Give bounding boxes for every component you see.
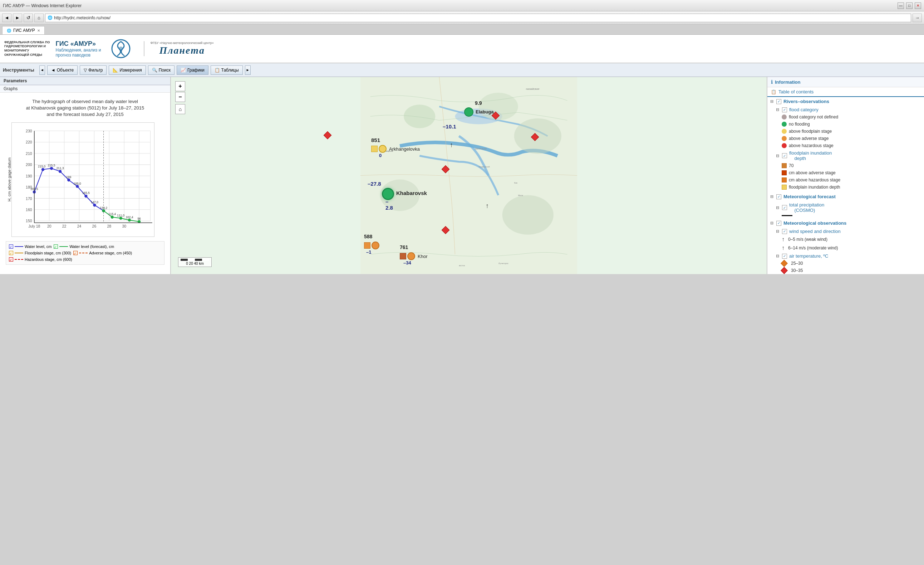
station-588[interactable]: 588 –1 [364,242,380,249]
window-controls: — □ ✕ [897,3,921,9]
station-khabarovsk[interactable]: Khabarovsk –2.8 [382,188,394,200]
section-wind-speed: ⊟ wind speed and direction ↑ 0–5 m/s (we… [767,228,924,252]
tables-label: Таблицы [221,68,239,73]
met-obs-checkbox[interactable] [776,221,782,226]
above-hazardous-label: above hazardous stage [789,143,834,148]
close-button[interactable]: ✕ [915,3,921,9]
flood-cat-expand-icon[interactable]: ⊟ [776,107,779,112]
svg-text:111,0: 111,0 [117,213,124,217]
objects-label: Объекте [57,68,74,73]
flood-cat-label: flood category [789,107,819,112]
met-forecast-checkbox[interactable] [776,194,782,199]
temp-25-30: 25–30 [767,260,924,267]
flood-not-defined: flood category not defined [767,113,924,120]
zoom-out-button[interactable]: − [175,92,185,102]
zoom-in-button[interactable]: + [175,81,185,91]
forward-button[interactable]: ► [13,14,22,22]
app-header: ФЕДЕРАЛЬНАЯ СЛУЖБА ПО ГИДРОМЕТЕОРОЛОГИИ … [0,35,924,63]
rivers-checkbox[interactable] [776,99,782,104]
svg-text:Мили: Мили [518,194,523,197]
legend-adverse-checkbox[interactable]: ✓ [73,251,78,255]
khor-label: Khor [418,254,428,259]
svg-text:24: 24 [77,224,81,228]
graphs-button[interactable]: 📈 Графики [177,66,208,75]
svg-text:восток: восток [459,264,465,267]
toolbar-prev-button[interactable]: ◄ [39,66,45,75]
tables-button[interactable]: 📋 Таблицы [211,66,243,75]
floodplain-expand-icon[interactable]: ⊟ [776,153,779,158]
toolbar-label: Инструменты [3,67,34,73]
air-temp-checkbox[interactable] [782,254,787,259]
floodplain-inundation-header: ⊟ floodplain inundation depth [767,149,924,162]
org-line2: ГИДРОМЕТЕОРОЛОГИИ И [4,44,50,49]
legend-hazardous-checkbox[interactable]: ✓ [9,257,13,261]
flood-cat-checkbox[interactable] [782,107,787,112]
legend-floodplain-checkbox[interactable]: ✓ [9,251,13,255]
rivers-expand-icon[interactable]: ⊟ [770,99,774,104]
svg-text:Кив: Кив [514,182,518,184]
temp-30-35-label: 30–35 [791,268,803,273]
legend-water-forecast: ✓ Water level (forecast), cm [54,244,114,249]
rivers-label: Rivers–observations [783,99,829,104]
refresh-button[interactable]: ↺ [24,14,33,22]
section-flood-category: ⊟ flood category flood category not defi… [767,106,924,149]
precip-checkbox[interactable] [782,205,787,210]
legend-forecast-checkbox[interactable]: ✓ [54,244,58,249]
met-obs-expand-icon[interactable]: ⊟ [770,221,774,225]
filter-button[interactable]: ▽ Фильтр [80,66,106,75]
map-home-button[interactable]: ⌂ [175,104,185,114]
precip-expand-icon[interactable]: ⊟ [776,205,779,210]
depth-70-label: 70 [789,163,794,168]
floodplain-depth-square [782,185,787,189]
tab-title: ГИС АМУР [13,28,35,33]
measurements-button[interactable]: 📐 Измерения [109,66,146,75]
wind-6-14-arrow: ↑ [782,245,784,251]
floodplain-inundation-checkbox[interactable] [782,153,787,158]
station-elabuga[interactable]: 9.9 Elabuga [464,107,474,117]
svg-text:211,3: 211,3 [57,166,64,170]
browser-tab[interactable]: 🌐 ГИС АМУР ✕ [2,26,45,35]
tab-close-icon[interactable]: ✕ [37,29,40,33]
minimize-button[interactable]: — [897,3,904,9]
search-button[interactable]: 🔍 Поиск [148,66,174,75]
org-line4: ОКРУЖАЮЩЕЙ СРЕДЫ [4,53,50,57]
svg-point-40 [58,170,62,173]
wind-expand-icon[interactable]: ⊟ [776,229,779,234]
legend-water-level-label: Water level, cm [25,244,51,249]
above-floodplain-label: above floodplain stage [789,129,832,134]
objects-button[interactable]: ◄ Объекте [47,66,78,75]
go-button[interactable]: → [912,14,922,22]
air-temp-expand-icon[interactable]: ⊟ [776,254,779,258]
station-arkhangelovka[interactable]: 851 Arkhangelovka 0 [371,145,387,153]
maximize-button[interactable]: □ [906,3,912,9]
graph-title-line2: at Khabarovsk gaging station (5012) for … [26,105,144,111]
above-adverse-label: above adverse stage [789,136,828,141]
svg-point-68 [404,105,435,128]
toolbar-next-button[interactable]: ► [245,66,250,75]
section-air-temperature: ⊟ air temperature, ºC 25–30 30–35 [767,252,924,274]
title-bar: ГИС АМУР — Windows Internet Explorer — □… [0,0,924,12]
svg-text:102,4: 102,4 [126,215,133,219]
met-forecast-label: Meteorological forecast [783,194,836,199]
wind-speed-checkbox[interactable] [782,229,787,234]
legend-water-level-checkbox[interactable]: ✓ [9,244,13,249]
tab-favicon: 🌐 [7,29,11,33]
info-tab[interactable]: ℹ Information [767,77,924,87]
chart-svg: 230 220 210 200 190 180 170 160 150 July… [12,122,154,237]
address-bar[interactable]: 🌐 http://hydrc.meteoinfo.ru/now/ [45,14,911,22]
not-defined-label: flood category not defined [789,114,838,120]
arkhangelovka-label: Arkhangelovka [389,146,420,152]
back-button[interactable]: ◄ [2,14,12,22]
org-line1: ФЕДЕРАЛЬНАЯ СЛУЖБА ПО [4,41,50,45]
not-defined-dot [782,114,787,120]
met-forecast-expand-icon[interactable]: ⊟ [770,194,774,199]
svg-text:150: 150 [26,219,32,223]
svg-point-57 [119,216,122,219]
toc-tab[interactable]: 📋 Table of contents [767,87,924,97]
legend-water-level: ✓ Water level, cm [9,244,51,249]
map-area[interactable]: НАНАЙСКАЯ Смирнов АМУРСКАЯ Корфовский Ки… [171,77,766,274]
home-button[interactable]: ⌂ [34,14,44,22]
scale-label: 0 20 40 km [181,261,209,266]
station-khor[interactable]: 761 Khor –34 [400,252,415,260]
svg-rect-66 [360,77,577,274]
